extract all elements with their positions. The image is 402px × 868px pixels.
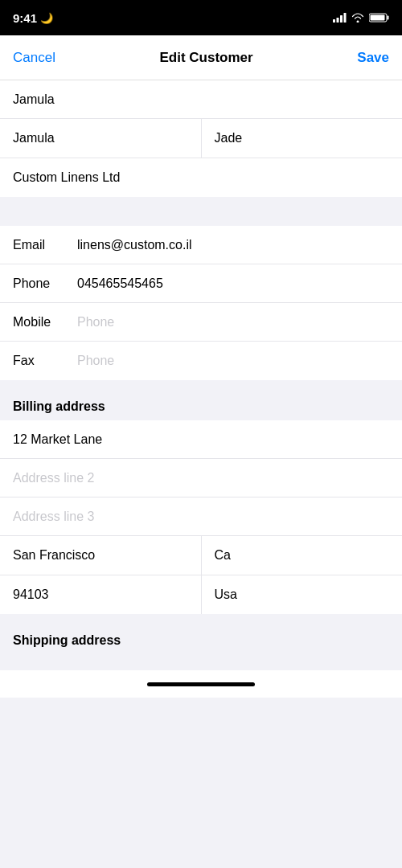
first-name-cell[interactable]: Jamula — [0, 119, 202, 158]
svg-rect-5 — [388, 16, 389, 20]
state-value: Ca — [215, 548, 390, 563]
page-title: Edit Customer — [160, 50, 253, 66]
last-name-value: Jade — [215, 131, 390, 145]
mobile-placeholder: Phone — [77, 315, 389, 330]
cancel-button[interactable]: Cancel — [13, 50, 55, 66]
svg-rect-2 — [340, 15, 343, 23]
mobile-label: Mobile — [13, 315, 77, 330]
address-line1-value: 12 Market Lane — [13, 432, 389, 447]
svg-rect-3 — [344, 13, 347, 23]
home-bar — [147, 682, 255, 686]
company-value: Custom Linens Ltd — [13, 170, 389, 185]
zip-cell[interactable]: 94103 — [0, 575, 202, 614]
email-row[interactable]: Email linens@custom.co.il — [0, 226, 402, 264]
name-section: Jamula Jamula Jade Custom Linens Ltd — [0, 80, 402, 197]
svg-rect-0 — [333, 19, 335, 23]
phone-label: Phone — [13, 276, 77, 291]
billing-header-label: Billing address — [0, 399, 105, 414]
first-name-value: Jamula — [13, 131, 188, 145]
full-name-value: Jamula — [13, 92, 389, 107]
address-line3-placeholder: Address line 3 — [13, 510, 389, 524]
fax-label: Fax — [13, 354, 77, 368]
separator-1 — [0, 197, 402, 226]
signal-icon — [333, 13, 347, 23]
email-label: Email — [13, 238, 77, 252]
last-name-cell[interactable]: Jade — [202, 119, 403, 158]
company-row[interactable]: Custom Linens Ltd — [0, 158, 402, 197]
moon-icon: 🌙 — [40, 12, 53, 24]
zip-country-row: 94103 Usa — [0, 575, 402, 614]
home-indicator — [0, 670, 402, 698]
name-split-row: Jamula Jade — [0, 119, 402, 158]
contact-section: Email linens@custom.co.il Phone 04546554… — [0, 226, 402, 380]
battery-icon — [369, 13, 389, 23]
address-line3-row[interactable]: Address line 3 — [0, 497, 402, 536]
phone-value: 045465545465 — [77, 276, 389, 291]
separator-3: Shipping address — [0, 614, 402, 654]
country-cell[interactable]: Usa — [202, 575, 403, 614]
fax-placeholder: Phone — [77, 354, 389, 368]
phone-row[interactable]: Phone 045465545465 — [0, 264, 402, 303]
nav-bar: Cancel Edit Customer Save — [0, 35, 402, 80]
svg-rect-6 — [371, 15, 385, 21]
save-button[interactable]: Save — [357, 50, 389, 66]
address-line1-row[interactable]: 12 Market Lane — [0, 420, 402, 459]
mobile-row[interactable]: Mobile Phone — [0, 303, 402, 342]
country-value: Usa — [215, 588, 390, 602]
status-indicators — [333, 13, 389, 23]
city-cell[interactable]: San Francisco — [0, 536, 202, 575]
billing-section: 12 Market Lane Address line 2 Address li… — [0, 420, 402, 614]
state-cell[interactable]: Ca — [202, 536, 403, 575]
status-bar: 9:41 🌙 — [0, 0, 402, 35]
fax-row[interactable]: Fax Phone — [0, 342, 402, 380]
city-state-row: San Francisco Ca — [0, 536, 402, 575]
zip-value: 94103 — [13, 588, 188, 602]
address-line2-row[interactable]: Address line 2 — [0, 459, 402, 497]
address-line2-placeholder: Address line 2 — [13, 471, 389, 485]
city-value: San Francisco — [13, 548, 188, 563]
email-value: linens@custom.co.il — [77, 238, 389, 252]
status-time: 9:41 — [13, 11, 37, 25]
separator-2: Billing address — [0, 380, 402, 420]
full-name-row[interactable]: Jamula — [0, 80, 402, 119]
status-time-area: 9:41 🌙 — [13, 11, 53, 25]
wifi-icon — [351, 13, 364, 23]
svg-rect-1 — [337, 18, 339, 23]
shipping-header-label: Shipping address — [0, 633, 121, 648]
